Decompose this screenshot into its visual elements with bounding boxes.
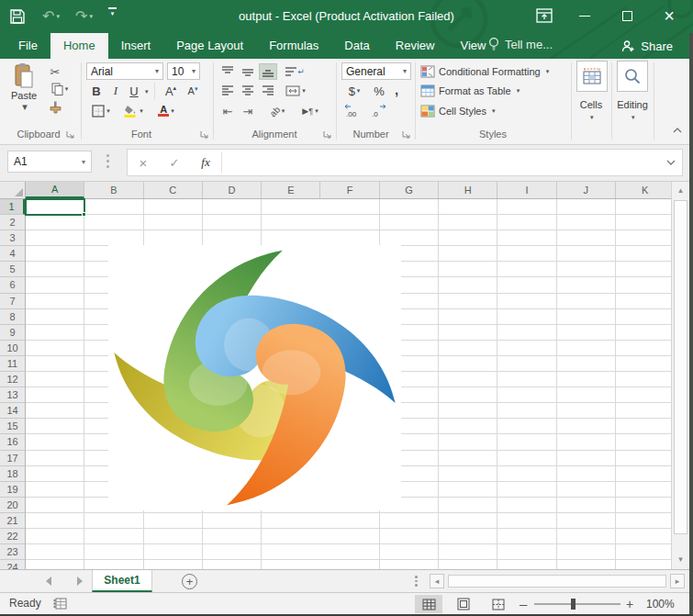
column-header-F[interactable]: F (320, 182, 379, 198)
align-center-button[interactable] (239, 83, 257, 99)
tab-home[interactable]: Home (50, 33, 108, 59)
format-painter-button[interactable] (48, 100, 62, 115)
row-header-14[interactable]: 14 (0, 403, 25, 419)
row-header-10[interactable]: 10 (0, 341, 25, 356)
column-header-A[interactable]: A (26, 182, 84, 198)
text-direction-button[interactable]: ▶¶ ▾ (296, 103, 325, 119)
tab-data[interactable]: Data (331, 33, 382, 59)
editing-button[interactable] (617, 61, 648, 92)
italic-button[interactable]: I (108, 83, 123, 99)
macro-record-button[interactable] (53, 598, 67, 610)
row-header-12[interactable]: 12 (0, 372, 25, 387)
column-header-B[interactable]: B (84, 182, 143, 198)
font-dialog-launcher[interactable] (200, 130, 209, 140)
decrease-font-size-button[interactable]: A▾ (184, 83, 202, 99)
column-header-I[interactable]: I (497, 182, 556, 198)
row-header-24[interactable]: 24 (0, 560, 25, 569)
row-header-23[interactable]: 23 (0, 544, 25, 560)
align-left-button[interactable] (218, 83, 237, 99)
column-header-K[interactable]: K (616, 182, 671, 198)
page-layout-view-button[interactable] (450, 595, 477, 613)
column-header-C[interactable]: C (144, 182, 203, 198)
row-header-20[interactable]: 20 (0, 498, 25, 513)
zoom-out-button[interactable]: – (520, 596, 527, 611)
close-button[interactable]: × (654, 0, 685, 31)
row-header-16[interactable]: 16 (0, 434, 25, 450)
comma-style-button[interactable]: , (391, 81, 402, 97)
previous-sheet-button[interactable] (46, 577, 51, 586)
row-header-2[interactable]: 2 (0, 215, 25, 230)
formula-bar-drag-handle[interactable] (106, 154, 109, 168)
row-header-5[interactable]: 5 (0, 262, 25, 277)
cell-styles-button[interactable]: Cell Styles ▾ (420, 103, 495, 119)
increase-indent-button[interactable]: ⇥ (239, 103, 257, 119)
bold-button[interactable]: B (88, 83, 105, 99)
number-dialog-launcher[interactable] (402, 130, 411, 140)
font-family-select[interactable]: Arial ▾ (86, 62, 163, 80)
horizontal-scroll-thumb[interactable] (448, 575, 666, 588)
scroll-down-button[interactable]: ▾ (672, 551, 689, 567)
new-sheet-button[interactable]: + (182, 574, 197, 589)
alignment-dialog-launcher[interactable] (323, 130, 332, 140)
row-header-22[interactable]: 22 (0, 529, 25, 544)
scroll-left-button[interactable]: ◂ (430, 574, 444, 588)
embedded-logo-image[interactable] (108, 245, 401, 510)
scrollbar-resize-handle[interactable] (415, 576, 418, 587)
row-header-19[interactable]: 19 (0, 482, 25, 498)
bottom-align-button[interactable] (259, 63, 277, 80)
paste-button[interactable]: Paste ▾ (4, 62, 44, 127)
increase-decimal-button[interactable]: .00 (341, 103, 363, 119)
row-header-3[interactable]: 3 (0, 230, 25, 246)
selected-cell[interactable] (25, 198, 85, 216)
zoom-slider-track[interactable] (534, 603, 620, 605)
collapse-ribbon-button[interactable] (672, 127, 683, 134)
wrap-text-button[interactable]: ↵ (283, 63, 307, 80)
row-header-21[interactable]: 21 (0, 513, 25, 529)
sheet-tab-sheet1[interactable]: Sheet1 (92, 570, 152, 592)
clipboard-dialog-launcher[interactable] (66, 130, 75, 140)
accounting-format-button[interactable]: $ ▾ (343, 83, 365, 99)
row-header-15[interactable]: 15 (0, 419, 25, 434)
zoom-slider-thumb[interactable] (571, 599, 576, 610)
top-align-button[interactable] (218, 63, 237, 80)
copy-button[interactable]: ▾ (48, 82, 72, 96)
ribbon-display-options-button[interactable] (529, 0, 560, 31)
align-right-button[interactable] (259, 83, 277, 99)
increase-font-size-button[interactable]: A▴ (162, 83, 180, 99)
column-header-H[interactable]: H (439, 182, 497, 198)
column-header-G[interactable]: G (380, 182, 439, 198)
number-format-select[interactable]: General ▾ (341, 62, 411, 80)
format-as-table-button[interactable]: Format as Table ▾ (420, 83, 520, 99)
percent-style-button[interactable]: % (371, 83, 387, 99)
font-color-button[interactable]: A ▾ (152, 103, 180, 119)
fill-color-button[interactable]: ▾ (119, 103, 147, 119)
row-header-6[interactable]: 6 (0, 277, 25, 293)
scroll-up-button[interactable]: ▴ (672, 182, 689, 198)
next-sheet-button[interactable] (77, 577, 83, 586)
scroll-right-button[interactable]: ▸ (670, 574, 685, 588)
column-header-D[interactable]: D (203, 182, 262, 198)
row-header-17[interactable]: 17 (0, 451, 25, 466)
underline-button[interactable]: U (127, 83, 141, 99)
row-header-7[interactable]: 7 (0, 294, 25, 309)
name-box-caret[interactable]: ▾ (82, 158, 85, 166)
row-header-4[interactable]: 4 (0, 246, 25, 262)
expand-formula-bar-button[interactable] (665, 159, 676, 166)
vertical-scroll-thumb[interactable] (674, 200, 687, 534)
page-break-view-button[interactable] (485, 595, 512, 613)
conditional-formatting-button[interactable]: Conditional Formatting ▾ (420, 63, 549, 80)
borders-button[interactable]: ▾ (88, 103, 114, 119)
orientation-button[interactable]: ab ▾ (264, 103, 290, 119)
decrease-decimal-button[interactable]: .0 (367, 103, 389, 119)
zoom-in-button[interactable]: + (626, 597, 633, 611)
cancel-button[interactable]: × (128, 155, 159, 171)
fill-handle[interactable] (82, 212, 86, 217)
tab-review[interactable]: Review (383, 33, 448, 59)
font-size-select[interactable]: 10 ▾ (167, 62, 200, 80)
tab-formulas[interactable]: Formulas (256, 33, 331, 59)
tab-page-layout[interactable]: Page Layout (163, 33, 256, 59)
name-box[interactable]: A1 ▾ (7, 151, 92, 173)
row-header-11[interactable]: 11 (0, 356, 25, 372)
tell-me-box[interactable]: Tell me... (488, 37, 553, 51)
cells-button[interactable] (576, 61, 608, 92)
